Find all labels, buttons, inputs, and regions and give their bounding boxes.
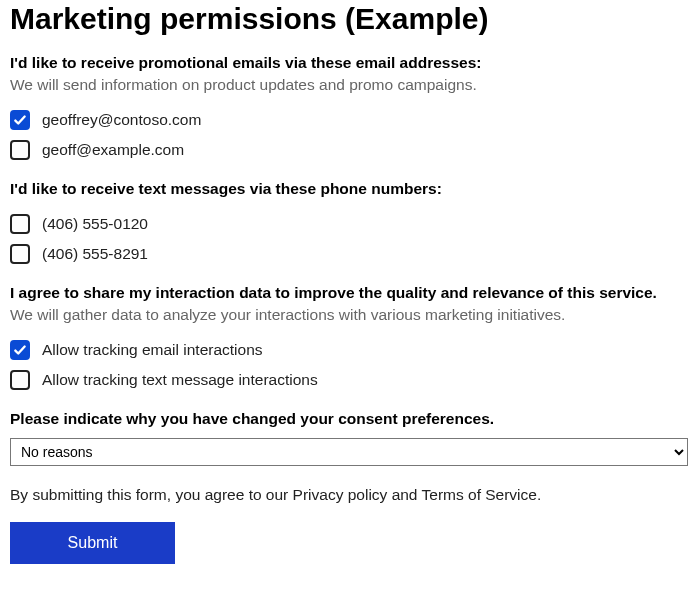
- reason-heading: Please indicate why you have changed you…: [10, 410, 688, 428]
- email-checkbox-1[interactable]: [10, 110, 30, 130]
- tracking-checkbox-2[interactable]: [10, 370, 30, 390]
- tracking-subtext: We will gather data to analyze your inte…: [10, 306, 688, 324]
- phone-label-1: (406) 555-0120: [42, 215, 148, 233]
- reason-section: Please indicate why you have changed you…: [10, 410, 688, 466]
- phone-label-2: (406) 555-8291: [42, 245, 148, 263]
- tracking-label-1: Allow tracking email interactions: [42, 341, 263, 359]
- email-option-row: geoffrey@contoso.com: [10, 110, 688, 130]
- check-icon: [13, 113, 27, 127]
- emails-section: I'd like to receive promotional emails v…: [10, 54, 688, 160]
- phone-option-row: (406) 555-0120: [10, 214, 688, 234]
- email-option-row: geoff@example.com: [10, 140, 688, 160]
- page-title: Marketing permissions (Example): [10, 0, 688, 36]
- tracking-checkbox-1[interactable]: [10, 340, 30, 360]
- tracking-heading: I agree to share my interaction data to …: [10, 284, 688, 302]
- consent-note: By submitting this form, you agree to ou…: [10, 486, 688, 504]
- email-label-1: geoffrey@contoso.com: [42, 111, 201, 129]
- phone-option-row: (406) 555-8291: [10, 244, 688, 264]
- submit-button[interactable]: Submit: [10, 522, 175, 564]
- email-checkbox-2[interactable]: [10, 140, 30, 160]
- check-icon: [13, 343, 27, 357]
- reason-select[interactable]: No reasons: [10, 438, 688, 466]
- tracking-option-row: Allow tracking text message interactions: [10, 370, 688, 390]
- phone-checkbox-1[interactable]: [10, 214, 30, 234]
- emails-subtext: We will send information on product upda…: [10, 76, 688, 94]
- tracking-label-2: Allow tracking text message interactions: [42, 371, 318, 389]
- emails-heading: I'd like to receive promotional emails v…: [10, 54, 688, 72]
- tracking-option-row: Allow tracking email interactions: [10, 340, 688, 360]
- email-label-2: geoff@example.com: [42, 141, 184, 159]
- phones-section: I'd like to receive text messages via th…: [10, 180, 688, 264]
- phone-checkbox-2[interactable]: [10, 244, 30, 264]
- tracking-section: I agree to share my interaction data to …: [10, 284, 688, 390]
- phones-heading: I'd like to receive text messages via th…: [10, 180, 688, 198]
